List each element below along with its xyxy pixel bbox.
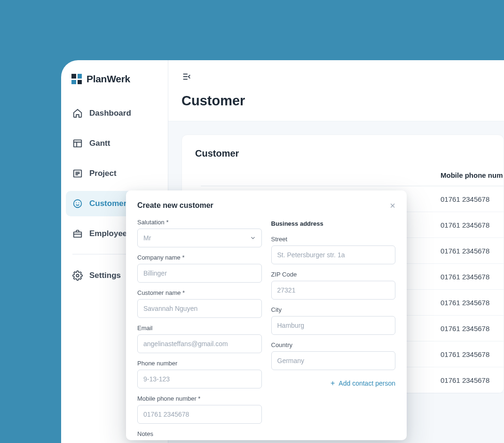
sidebar-item-label: Settings [89, 271, 121, 280]
customer-name-input[interactable] [137, 299, 262, 318]
sidebar-item-label: Dashboard [89, 109, 131, 118]
salutation-select[interactable]: Mr [137, 229, 262, 247]
sidebar-item-gantt[interactable]: Gantt [66, 131, 163, 156]
email-input[interactable] [137, 334, 262, 353]
home-icon [72, 108, 83, 119]
create-customer-modal: Create new customer × Salutation * Mr Co… [126, 190, 407, 440]
svg-point-4 [79, 202, 79, 203]
street-label: Street [271, 236, 396, 243]
street-input[interactable] [271, 245, 396, 264]
phone-label: Phone number [137, 360, 262, 367]
city-input[interactable] [271, 316, 396, 335]
sidebar-item-label: Employee [89, 229, 127, 238]
notes-label: Notes [137, 430, 262, 437]
svg-point-3 [76, 202, 77, 203]
sidebar-item-label: Project [89, 169, 117, 178]
gear-icon [72, 270, 83, 281]
add-contact-person-button[interactable]: + Add contact person [271, 377, 396, 387]
country-input[interactable] [271, 351, 396, 370]
table-header: Mobile phone num [201, 171, 504, 186]
sidebar-item-label: Gantt [89, 139, 110, 148]
brand-logo[interactable]: PlanWerk [61, 73, 168, 101]
add-contact-label: Add contact person [339, 380, 395, 387]
phone-input[interactable] [137, 370, 262, 388]
zip-input[interactable] [271, 281, 396, 300]
salutation-label: Salutation * [137, 219, 262, 226]
zip-label: ZIP Code [271, 271, 396, 278]
country-label: Country [271, 341, 396, 348]
svg-point-6 [76, 274, 79, 277]
smile-icon [72, 198, 83, 209]
svg-rect-5 [74, 232, 82, 237]
customer-name-label: Customer name * [137, 289, 262, 296]
company-input[interactable] [137, 264, 262, 283]
close-icon[interactable]: × [390, 201, 395, 210]
city-label: City [271, 306, 396, 313]
svg-rect-0 [74, 140, 82, 147]
sidebar-item-label: Customer [89, 199, 126, 208]
mobile-label: Mobile phone number * [137, 395, 262, 402]
modal-title: Create new customer [137, 201, 213, 210]
layout-icon [72, 138, 83, 149]
logo-icon [71, 74, 82, 84]
mobile-input[interactable] [137, 405, 262, 424]
email-label: Email [137, 324, 262, 332]
sidebar-item-dashboard[interactable]: Dashboard [66, 101, 163, 126]
page-title: Customer [168, 90, 504, 121]
company-label: Company name * [137, 254, 262, 261]
list-icon [72, 168, 83, 179]
column-mobile[interactable]: Mobile phone num [436, 171, 504, 179]
modal-left-column: Salutation * Mr Company name * Customer … [137, 219, 262, 440]
topbar [168, 60, 504, 90]
collapse-sidebar-icon[interactable] [181, 71, 192, 82]
modal-right-column: Business address Street ZIP Code City Co… [271, 219, 396, 440]
brand-name: PlanWerk [87, 73, 130, 85]
briefcase-icon [72, 229, 83, 239]
svg-point-2 [74, 200, 82, 208]
business-address-label: Business address [271, 220, 396, 227]
plus-icon: + [331, 380, 335, 387]
sidebar-item-project[interactable]: Project [66, 161, 163, 186]
card-title: Customer [195, 148, 504, 159]
